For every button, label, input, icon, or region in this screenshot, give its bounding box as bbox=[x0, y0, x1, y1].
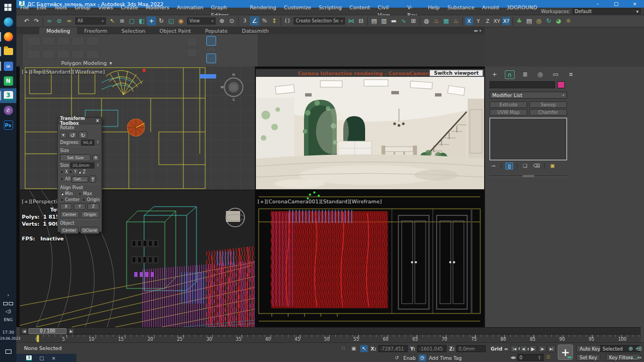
ribbon-tab-freeform[interactable]: Freeform bbox=[77, 27, 114, 34]
ribbon-tab-selection[interactable]: Selection bbox=[115, 27, 153, 34]
restore-icon[interactable]: □ bbox=[39, 355, 44, 361]
viewport-top-canvas[interactable]: N W S bbox=[20, 67, 255, 190]
ribbon-toggle-a-button[interactable] bbox=[206, 36, 216, 46]
notification-button[interactable]: ◎ bbox=[534, 16, 544, 26]
track-bar[interactable]: 0510152025303540455055606570758085909510… bbox=[20, 334, 641, 342]
hierarchy-tab[interactable]: ≣ bbox=[520, 70, 530, 79]
select-placement-button[interactable]: ◉ bbox=[176, 16, 186, 26]
angle-snap-button[interactable]: ∠ bbox=[250, 16, 259, 26]
taskbar-mail[interactable]: ✉ bbox=[0, 59, 16, 74]
size-field[interactable]: 20,0mm bbox=[70, 162, 94, 168]
ribbon-minimize-icon[interactable]: ▬ ▾ bbox=[474, 27, 481, 34]
arrow-up-icon[interactable]: ↑ bbox=[90, 176, 96, 183]
selection-filter-dropdown[interactable]: All▾ bbox=[75, 17, 106, 25]
time-slider[interactable]: ◀ 0 / 100 ▶ bbox=[20, 327, 641, 334]
ribbon-preview-button[interactable] bbox=[27, 50, 40, 59]
rectangular-region-button[interactable]: ▢ bbox=[127, 16, 136, 26]
window-crossing-button[interactable]: ◧ bbox=[137, 16, 146, 26]
curve-editor-button[interactable]: ∿ bbox=[399, 16, 408, 26]
taskbar-notes[interactable]: N bbox=[0, 74, 16, 88]
spinner-snap-button[interactable]: ↕ bbox=[270, 16, 279, 26]
clock-date[interactable]: 29.06.2023 bbox=[0, 336, 16, 341]
render-setup-button[interactable]: ♨ bbox=[432, 16, 441, 26]
ribbon-stack-up-button[interactable] bbox=[187, 38, 198, 46]
tray-chat-icon[interactable] bbox=[0, 349, 16, 355]
next-frame-button[interactable]: |▶ bbox=[538, 345, 546, 352]
time-tag-icon[interactable]: ◷ bbox=[419, 354, 426, 361]
coord-z-field[interactable]: 0,0mm bbox=[456, 345, 486, 352]
named-selection-sets-button[interactable]: {} bbox=[283, 16, 292, 26]
select-by-name-button[interactable]: ≡ bbox=[117, 16, 127, 26]
rendered-frame-button[interactable]: ▦ bbox=[442, 16, 451, 26]
ribbon-vertex-button[interactable] bbox=[27, 37, 40, 46]
mirror-button[interactable]: ⋈ bbox=[347, 16, 356, 26]
library-button[interactable]: ▤ bbox=[524, 16, 534, 26]
enable-icon[interactable]: ↺ bbox=[393, 354, 401, 361]
modifier-list-dropdown[interactable]: Modifier List ▾ bbox=[490, 92, 567, 99]
select-scale-button[interactable]: ◱ bbox=[166, 16, 176, 26]
size-axis-z-radio[interactable] bbox=[77, 170, 81, 174]
axis-xy-button[interactable]: XY bbox=[493, 17, 501, 25]
redo-button[interactable]: ↷ bbox=[32, 16, 41, 26]
modifier-button-sweep[interactable]: Sweep bbox=[529, 101, 567, 108]
schematic-view-button[interactable]: ⊞ bbox=[409, 16, 418, 26]
coord-y-field[interactable]: -1601,045 bbox=[417, 345, 446, 352]
go-to-start-button[interactable]: |◀ bbox=[510, 345, 518, 352]
unlink-button[interactable]: ⊘ bbox=[55, 16, 64, 26]
set-keys-button[interactable]: + bbox=[558, 345, 573, 360]
select-link-button[interactable]: ∞ bbox=[45, 16, 54, 26]
viewport-top[interactable]: N W S bbox=[20, 67, 255, 190]
start-button[interactable] bbox=[0, 0, 16, 15]
display-tab[interactable]: ▭ bbox=[551, 70, 560, 79]
qclone-button[interactable]: QClone bbox=[80, 227, 99, 234]
spinner-icon[interactable]: ↕ bbox=[96, 140, 99, 146]
bind-spacewarp-button[interactable]: ≈ bbox=[64, 16, 74, 26]
ribbon-tab-datasmith[interactable]: Datasmith bbox=[235, 27, 276, 34]
viewport-camera-canvas[interactable] bbox=[255, 190, 485, 327]
size-axis-x-radio[interactable] bbox=[60, 170, 64, 174]
add-time-tag-label[interactable]: Add Time Tag bbox=[429, 355, 462, 361]
size-axis-all-radio[interactable] bbox=[60, 177, 64, 181]
ribbon-polygon-button[interactable] bbox=[71, 37, 85, 46]
vray-sphere-button[interactable]: ◕ bbox=[554, 16, 563, 26]
ribbon-modifier2-button[interactable] bbox=[57, 50, 70, 59]
motion-tab[interactable]: ◎ bbox=[535, 70, 545, 79]
pivot-origin-radio[interactable] bbox=[82, 198, 86, 202]
modifier-button-chamfer[interactable]: Chamfer bbox=[529, 109, 567, 116]
coord-x-field[interactable]: -7287,451 bbox=[378, 345, 408, 352]
volume-icon[interactable]: ◁) bbox=[0, 308, 16, 315]
refresh-button[interactable]: ↻ bbox=[544, 16, 553, 26]
transform-toolbox-dialog[interactable]: Transform Toolbox × Rotate ▾ ↺ ↻ Degrees… bbox=[57, 117, 102, 232]
maximize-button[interactable]: □ bbox=[607, 1, 625, 7]
panel-splitter[interactable] bbox=[490, 176, 567, 177]
rotate-cw-button[interactable]: ↻ bbox=[79, 131, 87, 138]
modifier-button-extrude[interactable]: Extrude bbox=[490, 101, 527, 108]
degrees-field[interactable]: 90,0 bbox=[81, 140, 94, 146]
forest-pack-button[interactable]: ♣ bbox=[515, 16, 524, 26]
taskbar-3dsmax[interactable]: 3 bbox=[0, 88, 16, 103]
corona-render-window[interactable]: Corona Interactive rendering - CoronaCam… bbox=[255, 69, 485, 190]
align-button[interactable]: ⊟ bbox=[356, 16, 366, 26]
taskbar-photoshop[interactable]: Ps bbox=[0, 118, 16, 132]
spinner-icon[interactable]: ↕ bbox=[538, 354, 541, 360]
corona-titlebar[interactable]: Corona Interactive rendering - CoronaCam… bbox=[256, 69, 484, 77]
zoom-all-icon[interactable]: ⊞ bbox=[635, 345, 643, 353]
ribbon-toggle-b-button[interactable] bbox=[206, 47, 216, 52]
axis-x-button[interactable]: X bbox=[465, 17, 473, 25]
material-editor-button[interactable]: ◍ bbox=[422, 16, 431, 26]
viewport-camera-label[interactable]: [+][CoronaCamera001][Standard][Wireframe… bbox=[258, 198, 382, 204]
ribbon-toggle-button[interactable]: ▬ bbox=[389, 16, 398, 26]
ribbon-modifier4-button[interactable] bbox=[86, 50, 99, 59]
minimize-button[interactable]: – bbox=[588, 1, 607, 7]
pivot-z-button[interactable]: Z bbox=[87, 203, 99, 210]
current-frame-field[interactable]: 0↕ bbox=[517, 354, 544, 361]
auto-key-button[interactable]: Auto Key bbox=[576, 345, 604, 352]
snaps-toggle-button[interactable]: 3 bbox=[240, 16, 249, 26]
taskbar-firefox[interactable] bbox=[0, 29, 16, 44]
light-lister-button[interactable]: ☼ bbox=[564, 16, 573, 26]
use-pivot-center-button[interactable]: ⊕ bbox=[217, 16, 226, 26]
viewport-top-label[interactable]: [+][Top][Standard][Wireframe] bbox=[22, 69, 105, 75]
close-icon[interactable]: × bbox=[52, 355, 56, 361]
previous-frame-button[interactable]: ◀| bbox=[520, 345, 528, 352]
polygon-modeling-label[interactable]: Polygon Modeling▾ bbox=[61, 60, 112, 66]
